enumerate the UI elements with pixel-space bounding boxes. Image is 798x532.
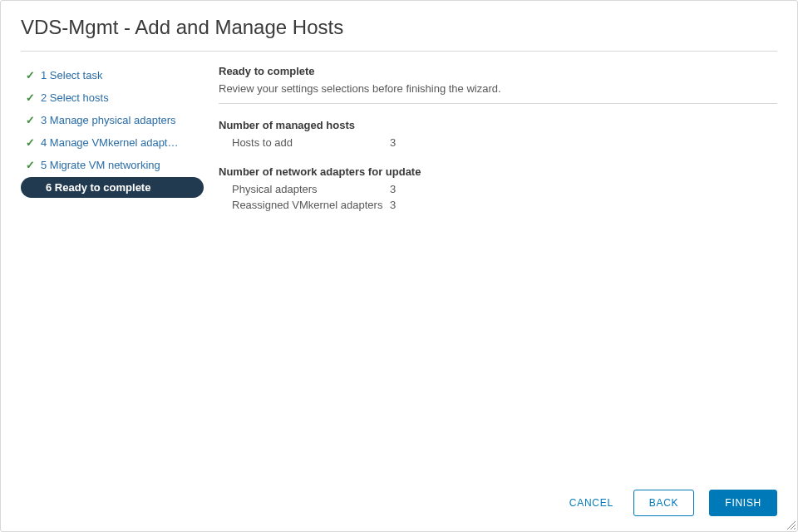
wizard-step-label: 2 Select hosts xyxy=(41,91,109,104)
svg-line-2 xyxy=(794,528,796,530)
content-heading: Ready to complete xyxy=(219,65,777,77)
summary-key: Hosts to add xyxy=(232,136,390,149)
content-subheading: Review your settings selections before f… xyxy=(219,82,777,104)
wizard-content: Ready to complete Review your settings s… xyxy=(204,65,777,213)
checkmark-icon: ✓ xyxy=(24,114,36,126)
summary-value: 3 xyxy=(390,136,396,149)
wizard-step-label: 4 Manage VMkernel adapt… xyxy=(41,136,178,149)
wizard-step-5[interactable]: ✓ 5 Migrate VM networking xyxy=(21,155,204,175)
summary-group-title: Number of managed hosts xyxy=(219,119,777,131)
summary-group-hosts: Number of managed hosts Hosts to add 3 xyxy=(219,119,777,150)
wizard-steps-sidebar: ✓ 1 Select task ✓ 2 Select hosts ✓ 3 Man… xyxy=(21,65,204,213)
summary-key: Physical adapters xyxy=(232,183,390,195)
summary-row: Physical adapters 3 xyxy=(219,181,777,197)
wizard-step-3[interactable]: ✓ 3 Manage physical adapters xyxy=(21,110,204,131)
wizard-step-6[interactable]: 6 Ready to complete xyxy=(21,177,204,198)
wizard-step-1[interactable]: ✓ 1 Select task xyxy=(21,65,204,86)
cancel-button[interactable]: CANCEL xyxy=(564,490,618,515)
checkmark-icon: ✓ xyxy=(24,159,36,171)
dialog-footer: CANCEL BACK FINISH xyxy=(564,490,777,516)
finish-button[interactable]: FINISH xyxy=(709,490,777,516)
summary-value: 3 xyxy=(390,199,396,211)
wizard-step-4[interactable]: ✓ 4 Manage VMkernel adapt… xyxy=(21,132,204,153)
wizard-step-label: 1 Select task xyxy=(41,69,102,81)
checkmark-icon: ✓ xyxy=(24,69,36,81)
dialog-title: VDS-Mgmt - Add and Manage Hosts xyxy=(21,16,777,52)
wizard-dialog: VDS-Mgmt - Add and Manage Hosts ✓ 1 Sele… xyxy=(0,0,798,532)
summary-value: 3 xyxy=(390,183,396,195)
wizard-step-label: 3 Manage physical adapters xyxy=(41,114,176,126)
wizard-step-label: 6 Ready to complete xyxy=(46,181,150,194)
summary-key: Reassigned VMkernel adapters xyxy=(232,199,390,211)
checkmark-icon: ✓ xyxy=(24,136,36,149)
summary-group-title: Number of network adapters for update xyxy=(219,165,777,178)
wizard-step-2[interactable]: ✓ 2 Select hosts xyxy=(21,87,204,108)
dialog-body: ✓ 1 Select task ✓ 2 Select hosts ✓ 3 Man… xyxy=(21,65,777,213)
summary-row: Hosts to add 3 xyxy=(219,135,777,150)
summary-group-adapters: Number of network adapters for update Ph… xyxy=(219,165,777,213)
summary-row: Reassigned VMkernel adapters 3 xyxy=(219,197,777,213)
checkmark-icon: ✓ xyxy=(24,91,36,104)
resize-grip-icon[interactable] xyxy=(786,520,796,530)
back-button[interactable]: BACK xyxy=(633,490,695,516)
wizard-step-label: 5 Migrate VM networking xyxy=(41,159,160,171)
